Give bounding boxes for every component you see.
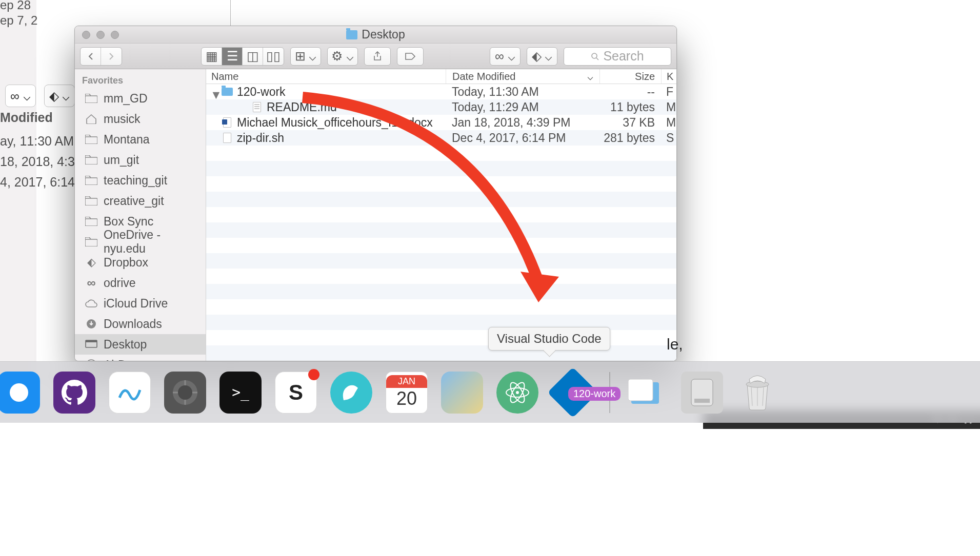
file-date: Today, 11:29 AM: [446, 100, 599, 114]
icon-view-button[interactable]: ▦: [202, 48, 222, 65]
view-buttons: ▦ ☰ ◫ ▯▯: [201, 47, 284, 66]
file-row[interactable]: README.mdToday, 11:29 AM11 bytesM: [206, 99, 676, 115]
sidebar-item-label: teaching_git: [104, 174, 167, 188]
cloud-icon: [84, 298, 98, 309]
search-field[interactable]: Search: [564, 47, 671, 66]
sidebar-item-um-git[interactable]: um_git: [75, 150, 206, 170]
file-content: Name Date Modified⌵ Size K ▼120-workToda…: [206, 69, 676, 361]
dropbox-icon: ⬖: [84, 257, 98, 268]
bg-date-1: ep 28: [0, 0, 31, 12]
svg-rect-1: [85, 96, 97, 103]
sidebar-item-label: creative_git: [104, 194, 164, 208]
sidebar-item-label: Downloads: [104, 317, 162, 331]
dock-calendar[interactable]: JAN20: [386, 372, 428, 414]
forward-button[interactable]: [101, 48, 122, 65]
sidebar-item-creative-git[interactable]: creative_git: [75, 191, 206, 211]
file-size: 281 bytes: [599, 131, 661, 145]
dock-vscode[interactable]: 120-work: [552, 372, 594, 414]
sort-chevron-down-icon: ⌵: [587, 70, 593, 83]
list-view-button[interactable]: ☰: [222, 48, 243, 65]
svg-rect-7: [85, 239, 97, 246]
column-date[interactable]: Date Modified⌵: [446, 69, 599, 84]
dock-trash[interactable]: [736, 372, 778, 414]
empty-row: [206, 222, 676, 238]
file-name: Michael Musick_officehours_f17.docx: [237, 116, 433, 130]
airdrop-icon: [84, 359, 98, 361]
share-button[interactable]: [364, 47, 391, 66]
dock-github[interactable]: [53, 372, 95, 414]
empty-row: [206, 192, 676, 207]
folder-icon: [84, 93, 98, 104]
dock-photos[interactable]: [441, 372, 483, 414]
sidebar-item-musick[interactable]: musick: [75, 109, 206, 129]
tags-button[interactable]: [397, 47, 424, 66]
titlebar[interactable]: Desktop: [75, 26, 676, 44]
empty-row: [206, 161, 676, 176]
file-name: README.md: [267, 100, 337, 114]
sidebar-item-mm-gd[interactable]: mm_GD: [75, 88, 206, 109]
dock-terminal[interactable]: >_: [219, 372, 262, 414]
file-kind: S: [661, 131, 676, 145]
svg-point-0: [592, 53, 597, 58]
infinity-button[interactable]: ∞ ⌵: [490, 47, 521, 66]
infinity-icon: ∞: [84, 277, 98, 289]
sidebar-item-label: Box Sync: [104, 215, 153, 229]
dock-atom[interactable]: [496, 372, 538, 414]
file-date: Dec 4, 2017, 6:14 PM: [446, 131, 599, 145]
svg-point-24: [516, 391, 519, 394]
sidebar-item-label: mm_GD: [104, 92, 148, 106]
column-size[interactable]: Size: [599, 69, 661, 84]
file-icon: [222, 87, 233, 97]
arrange-button[interactable]: ⊞ ⌵: [290, 47, 321, 66]
home-icon: [84, 113, 98, 125]
dock-harddrive[interactable]: [681, 372, 723, 414]
sidebar-item-icloud-drive[interactable]: iCloud Drive: [75, 293, 206, 314]
file-name: zip-dir.sh: [237, 131, 284, 145]
action-button[interactable]: ⚙ ⌵: [327, 47, 358, 66]
dock-freeform[interactable]: [109, 372, 151, 414]
folder-icon: [346, 30, 357, 39]
sidebar-item-label: Montana: [104, 133, 150, 147]
empty-row: [206, 207, 676, 222]
sidebar-item-teaching-git[interactable]: teaching_git: [75, 170, 206, 191]
file-kind: F: [661, 85, 676, 99]
disclosure-triangle-icon[interactable]: ▼: [210, 88, 217, 95]
desktop-icon: [84, 339, 98, 350]
file-row[interactable]: Michael Musick_officehours_f17.docxJan 1…: [206, 115, 676, 130]
dropbox-button[interactable]: ⬖ ⌵: [527, 47, 557, 66]
empty-row: [206, 146, 676, 161]
dock: >_ S JAN20 120-work: [0, 361, 980, 423]
dock-folder-stack[interactable]: [626, 372, 668, 414]
sidebar-item-montana[interactable]: Montana: [75, 129, 206, 150]
dock-settings[interactable]: [164, 372, 206, 414]
empty-row: [206, 269, 676, 284]
gallery-view-button[interactable]: ▯▯: [263, 48, 284, 65]
background-text-fragment: le,: [667, 336, 683, 353]
file-size: 37 KB: [599, 116, 661, 130]
file-icon: [251, 102, 263, 112]
dock-slack[interactable]: S: [275, 372, 317, 414]
empty-row: [206, 284, 676, 299]
dock-bear[interactable]: [330, 372, 372, 414]
file-icon: [222, 117, 233, 128]
sidebar-item-onedrive-nyu-edu[interactable]: OneDrive - nyu.edu: [75, 232, 206, 252]
sidebar-item-downloads[interactable]: Downloads: [75, 314, 206, 334]
drag-badge: 120-work: [568, 387, 621, 401]
file-row[interactable]: ▼120-workToday, 11:30 AM--F: [206, 84, 676, 99]
svg-rect-2: [85, 137, 97, 144]
bg-dropbox-button: ⬖ ⌵: [44, 85, 75, 107]
sidebar-item-odrive[interactable]: ∞odrive: [75, 273, 206, 293]
file-row[interactable]: zip-dir.shDec 4, 2017, 6:14 PM281 bytesS: [206, 130, 676, 146]
svg-point-16: [178, 385, 192, 400]
column-kind[interactable]: K: [661, 69, 676, 84]
column-view-button[interactable]: ◫: [243, 48, 263, 65]
back-button[interactable]: [81, 48, 101, 65]
calendar-month: JAN: [386, 375, 427, 388]
column-name[interactable]: Name: [206, 69, 446, 84]
svg-point-29: [746, 381, 769, 387]
dock-safari[interactable]: [0, 372, 40, 414]
sidebar-item-airdrop[interactable]: AirDrop: [75, 355, 206, 361]
sidebar-item-desktop[interactable]: Desktop: [75, 334, 206, 355]
nav-buttons: [80, 47, 122, 66]
svg-rect-10: [86, 340, 97, 342]
